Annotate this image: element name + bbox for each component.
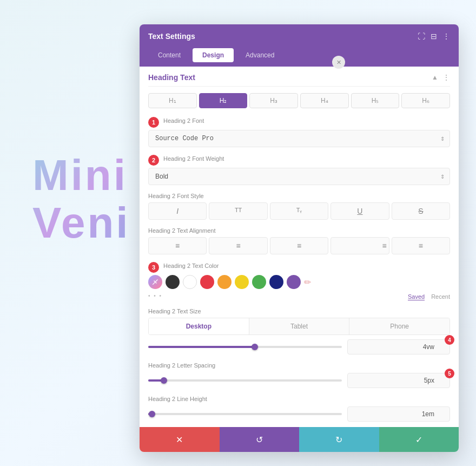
text-size-badge: 4 — [445, 335, 454, 345]
desktop-tab[interactable]: Desktop — [149, 318, 249, 334]
text-size-slider-row: 4 — [148, 339, 450, 355]
font-select[interactable]: Source Code Pro — [148, 130, 450, 147]
redo-button[interactable]: ↻ — [299, 427, 379, 452]
heading-tab-h1[interactable]: H₁ — [148, 93, 197, 108]
color-swatch-orange[interactable] — [217, 275, 232, 289]
text-align-field-group: Heading 2 Text Alignment ≡ ≡ ≡ ≡ ≡ — [148, 227, 450, 254]
heading-tab-h2[interactable]: H₂ — [199, 93, 248, 108]
letter-spacing-slider-row: 5 — [148, 373, 450, 388]
text-size-slider-track[interactable] — [148, 346, 342, 348]
split-icon[interactable]: ⊟ — [431, 32, 437, 41]
color-swatch-dark-blue[interactable] — [269, 275, 283, 289]
color-swatch-yellow[interactable] — [235, 275, 249, 289]
font-style-label: Heading 2 Font Style — [148, 193, 450, 199]
line-height-slider-row — [148, 406, 450, 422]
letter-spacing-field-group: Heading 2 Letter Spacing 5 — [148, 362, 450, 388]
font-weight-select[interactable]: Bold — [148, 168, 450, 185]
font-weight-select-wrapper: Bold ⇕ — [148, 168, 450, 185]
heading-tab-h4[interactable]: H₄ — [300, 93, 349, 108]
cancel-button[interactable]: ✕ — [140, 427, 220, 452]
letter-spacing-slider-thumb[interactable] — [161, 377, 167, 384]
panel-content: Heading Text ▲ ⋮ H₁ H₂ H₃ H₄ H₅ H₆ 1 Hea… — [140, 67, 459, 427]
align-center-button[interactable]: ≡ — [270, 237, 328, 254]
section-header-icons: ▲ ⋮ — [432, 73, 450, 82]
letter-spacing-slider-track[interactable] — [148, 379, 342, 382]
line-height-label: Heading 2 Line Height — [148, 396, 450, 402]
color-swatch-white[interactable] — [183, 275, 197, 289]
underline-button[interactable]: U — [330, 202, 389, 220]
heading-tabs: H₁ H₂ H₃ H₄ H₅ H₆ — [148, 93, 450, 108]
fullscreen-icon[interactable]: ⛶ — [418, 32, 425, 41]
color-swatch-green[interactable] — [252, 275, 266, 289]
font-style-field-group: Heading 2 Font Style I TT Tᵧ U S — [148, 193, 450, 220]
align-center-left-button[interactable]: ≡ — [209, 237, 267, 254]
reset-button[interactable]: ↺ — [220, 427, 300, 452]
font-weight-field-group: 2 Heading 2 Font Weight Bold ⇕ — [148, 155, 450, 185]
line-height-input[interactable] — [347, 406, 450, 422]
recent-tab[interactable]: Recent — [431, 293, 450, 300]
edit-color-icon[interactable]: ✏ — [304, 277, 311, 287]
line-height-slider-track[interactable] — [148, 413, 342, 415]
letter-spacing-badge: 5 — [445, 369, 454, 378]
font-weight-label: Heading 2 Font Weight — [163, 155, 224, 162]
font-badge: 1 — [148, 117, 159, 128]
saved-tab[interactable]: Saved — [408, 293, 425, 300]
bottom-toolbar: ✕ ↺ ↻ ✓ — [140, 427, 459, 452]
heading-tab-h6[interactable]: H₆ — [401, 93, 450, 108]
tab-advanced[interactable]: Advanced — [236, 48, 284, 62]
menu-icon[interactable]: ⋮ — [442, 32, 450, 41]
color-eyedropper[interactable] — [148, 275, 162, 289]
italic-button[interactable]: I — [148, 202, 207, 220]
panel-header-icons: ⛶ ⊟ ⋮ — [418, 32, 450, 41]
font-weight-badge: 2 — [148, 155, 159, 166]
text-size-value-box: 4 — [347, 339, 450, 355]
line-height-field-group: Heading 2 Line Height — [148, 396, 450, 422]
align-justify-button[interactable]: ≡ — [392, 237, 450, 254]
section-header: Heading Text ▲ ⋮ — [148, 67, 450, 87]
tablet-tab[interactable]: Tablet — [249, 318, 350, 334]
text-color-badge: 3 — [148, 262, 159, 273]
font-field-group: 1 Heading 2 Font Source Code Pro ⇕ — [148, 117, 450, 147]
color-swatch-purple[interactable] — [287, 275, 301, 289]
text-size-slider-thumb[interactable] — [252, 344, 258, 350]
background-text: Mini Veni — [32, 152, 130, 247]
line-height-value-box — [347, 406, 450, 422]
text-size-input[interactable] — [347, 339, 450, 355]
more-colors-dots[interactable]: • • • — [148, 293, 162, 299]
settings-panel: Text Settings ⛶ ⊟ ⋮ Content Design Advan… — [140, 24, 459, 452]
font-label-row: 1 Heading 2 Font — [148, 117, 450, 128]
text-size-label: Heading 2 Text Size — [148, 308, 450, 314]
text-align-buttons: ≡ ≡ ≡ ≡ ≡ — [148, 237, 450, 254]
uppercase-button[interactable]: TT — [209, 202, 267, 220]
letter-spacing-label: Heading 2 Letter Spacing — [148, 362, 450, 369]
section-title: Heading Text — [148, 73, 195, 82]
color-swatch-red[interactable] — [200, 275, 214, 289]
tab-content[interactable]: Content — [148, 48, 190, 62]
text-size-field-group: Heading 2 Text Size Desktop Tablet Phone… — [148, 308, 450, 355]
heading-tab-h5[interactable]: H₅ — [351, 93, 400, 108]
save-button[interactable]: ✓ — [379, 427, 459, 452]
responsive-tabs: Desktop Tablet Phone — [148, 318, 450, 335]
close-panel-button[interactable]: ✕ — [332, 56, 345, 69]
font-label: Heading 2 Font — [163, 117, 204, 124]
text-color-field-group: 3 Heading 2 Text Color ✏ — [148, 262, 450, 300]
phone-tab[interactable]: Phone — [349, 318, 449, 334]
align-left-button[interactable]: ≡ — [148, 237, 207, 254]
collapse-icon[interactable]: ▲ — [432, 74, 438, 81]
section-menu-icon[interactable]: ⋮ — [442, 73, 450, 82]
panel-title: Text Settings — [148, 32, 195, 41]
heading-tab-h3[interactable]: H₃ — [249, 93, 298, 108]
color-tabs: Saved Recent — [408, 293, 450, 300]
tab-design[interactable]: Design — [193, 48, 234, 62]
letter-spacing-value-box: 5 — [347, 373, 450, 388]
strikethrough-button[interactable]: S — [392, 202, 450, 220]
panel-header: Text Settings ⛶ ⊟ ⋮ — [140, 24, 459, 48]
capitalize-button[interactable]: Tᵧ — [270, 202, 328, 220]
text-size-slider-fill — [148, 346, 255, 348]
font-select-wrapper: Source Code Pro ⇕ — [148, 130, 450, 147]
line-height-slider-thumb[interactable] — [149, 411, 155, 417]
letter-spacing-input[interactable] — [347, 373, 450, 388]
text-color-label: Heading 2 Text Color — [163, 262, 219, 269]
color-swatch-black[interactable] — [166, 275, 180, 289]
align-right-button[interactable]: ≡ — [330, 237, 389, 254]
